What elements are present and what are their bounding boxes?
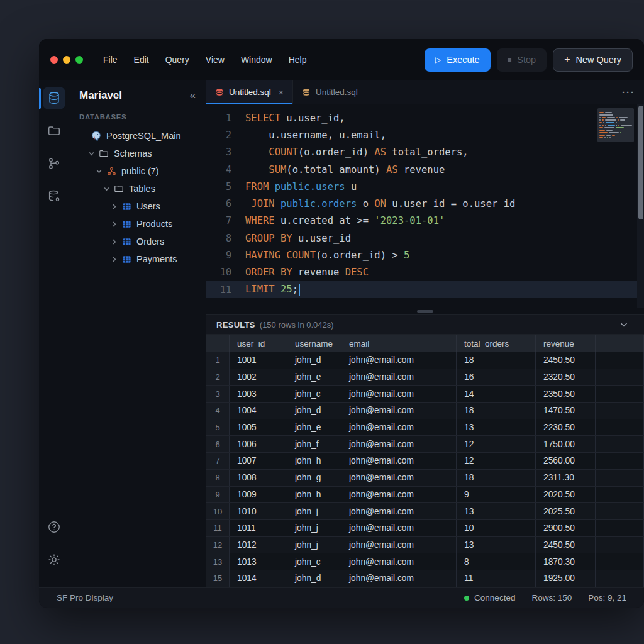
table-cell[interactable]: john_f [287,436,341,452]
table-cell[interactable]: john_j [287,520,341,536]
table-cell[interactable]: 1925.00 [536,570,596,587]
column-header-total_orders[interactable]: total_orders [457,335,536,352]
table-cell[interactable]: john@email.com [341,570,457,587]
table-cell[interactable]: 2560.00 [536,453,596,469]
table-cell[interactable]: 1005 [230,419,287,436]
export-rail-icon[interactable] [43,185,65,208]
table-cell[interactable]: 1004 [230,402,287,419]
table-cell[interactable]: john@email.com [341,520,457,536]
table-cell[interactable]: 2320.50 [536,369,596,386]
menu-edit[interactable]: Edit [128,51,155,69]
table-row[interactable]: 131013john_cjohn@email.com81870.30 [206,553,644,570]
tree-item-products[interactable]: Products [79,215,199,233]
table-cell[interactable]: 2311.30 [536,470,596,486]
table-cell[interactable]: 2025.50 [536,503,596,519]
table-cell[interactable]: 2450.50 [536,352,596,369]
databases-rail-icon[interactable] [43,87,65,109]
menu-view[interactable]: View [199,51,231,69]
table-cell[interactable]: john@email.com [341,453,457,469]
table-row[interactable]: 81008john_gjohn@email.com182311.30 [206,470,644,487]
execute-button[interactable]: ▷ Execute [425,48,491,72]
editor-scrollbar-thumb[interactable] [638,106,643,219]
table-row[interactable]: 121012john_jjohn@email.com132450.50 [206,537,644,554]
table-cell[interactable]: john@email.com [341,402,457,419]
table-row[interactable]: 151014john_djohn@email.com111925.00 [206,570,644,587]
table-row[interactable]: 51005john_ejohn@email.com132230.50 [206,419,644,436]
table-cell[interactable]: john@email.com [341,503,457,519]
table-cell[interactable]: john_d [287,402,341,419]
table-row[interactable]: 41004john_djohn@email.com181470.50 [206,402,644,419]
table-cell[interactable]: 1014 [230,570,287,587]
table-cell[interactable]: 10 [457,520,536,536]
table-row[interactable]: 31003john_cjohn@email.com142350.50 [206,386,644,402]
table-cell[interactable]: 1011 [230,520,287,536]
table-cell[interactable]: 11 [457,570,536,587]
table-cell[interactable]: 1013 [230,553,287,570]
menu-file[interactable]: File [97,51,124,69]
table-cell[interactable]: 1470.50 [536,402,596,419]
table-row[interactable]: 91009john_hjohn@email.com92020.50 [206,487,644,504]
minimize-window-button[interactable] [63,56,70,64]
table-cell[interactable]: 2450.50 [536,537,596,553]
table-row[interactable]: 71007john_hjohn@email.com122560.00 [206,453,644,470]
table-cell[interactable]: 18 [457,402,536,419]
table-cell[interactable]: john@email.com [341,470,457,486]
branches-rail-icon[interactable] [43,152,65,175]
tree-item-postgresql-main[interactable]: PostgreSQL_Main [79,127,199,145]
table-cell[interactable]: john@email.com [341,436,457,452]
tab-overflow-menu-icon[interactable]: ··· [622,87,635,97]
tree-item-public-7-[interactable]: public (7) [79,162,199,180]
stop-button[interactable]: ■ Stop [497,48,547,72]
column-header-rownum[interactable] [206,335,230,352]
table-cell[interactable]: john@email.com [341,386,457,402]
splitter-drag-handle[interactable] [417,310,433,313]
table-cell[interactable]: john_c [287,386,341,402]
table-cell[interactable]: 12 [457,453,536,469]
table-cell[interactable]: 2900.50 [536,520,596,536]
table-cell[interactable]: john_j [287,537,341,553]
column-header-revenue[interactable]: revenue [536,335,596,352]
table-cell[interactable]: 1002 [230,369,287,386]
tree-item-users[interactable]: Users [79,197,199,215]
new-query-button[interactable]: + New Query [553,48,633,72]
table-cell[interactable]: 9 [457,487,536,503]
table-cell[interactable]: john_d [287,352,341,369]
table-cell[interactable]: john_c [287,553,341,570]
table-cell[interactable]: 2020.50 [536,487,596,503]
collapse-results-icon[interactable] [619,319,629,330]
minimap[interactable] [597,108,634,142]
table-cell[interactable]: 13 [457,503,536,519]
table-cell[interactable]: 1008 [230,470,287,486]
menu-window[interactable]: Window [235,51,279,69]
table-cell[interactable]: john_h [287,487,341,503]
table-cell[interactable]: 12 [457,436,536,452]
table-cell[interactable]: 1010 [230,503,287,519]
help-rail-icon[interactable] [43,516,65,538]
table-cell[interactable]: john_e [287,369,341,386]
menu-query[interactable]: Query [159,51,196,69]
tree-item-tables[interactable]: Tables [79,180,199,197]
table-cell[interactable]: 8 [457,553,536,570]
table-cell[interactable]: 1006 [230,436,287,452]
table-cell[interactable]: 2350.50 [536,386,596,402]
results-splitter[interactable] [206,308,644,314]
table-cell[interactable]: 18 [457,470,536,486]
table-cell[interactable]: 13 [457,419,536,436]
table-cell[interactable]: john_g [287,470,341,486]
table-row[interactable]: 111011john_jjohn@email.com102900.50 [206,520,644,537]
column-header-username[interactable]: username [287,335,341,352]
table-cell[interactable]: 13 [457,537,536,553]
table-cell[interactable]: john@email.com [341,369,457,386]
table-cell[interactable]: 1001 [230,352,287,369]
table-cell[interactable]: john@email.com [341,419,457,436]
settings-rail-icon[interactable] [43,548,65,571]
table-cell[interactable]: 1750.00 [536,436,596,452]
tree-item-schemas[interactable]: Schemas [79,145,199,162]
menu-help[interactable]: Help [282,51,313,69]
tree-item-orders[interactable]: Orders [79,233,199,250]
table-cell[interactable]: 14 [457,386,536,402]
zoom-window-button[interactable] [75,56,83,64]
table-cell[interactable]: john@email.com [341,537,457,553]
table-cell[interactable]: 1009 [230,487,287,503]
collapse-sidebar-icon[interactable]: « [190,89,196,102]
